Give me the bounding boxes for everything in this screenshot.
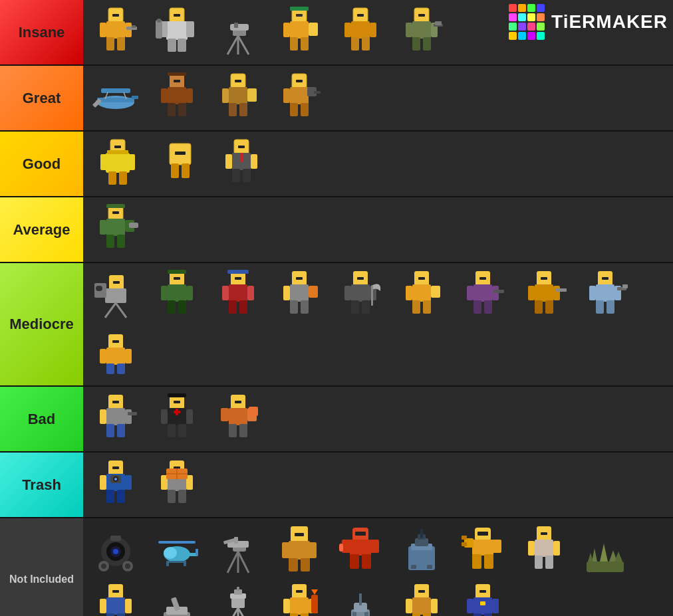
character-svg bbox=[153, 72, 201, 124]
svg-rect-214 bbox=[112, 466, 119, 469]
tm-cell bbox=[537, 4, 545, 12]
list-item bbox=[147, 391, 207, 447]
tm-cell bbox=[518, 23, 526, 31]
tm-cell bbox=[509, 4, 517, 12]
svg-rect-114 bbox=[96, 286, 102, 291]
svg-rect-36 bbox=[344, 23, 351, 37]
list-item bbox=[269, 267, 329, 324]
svg-rect-271 bbox=[339, 544, 343, 552]
svg-line-319 bbox=[225, 608, 238, 617]
svg-rect-38 bbox=[351, 37, 359, 51]
svg-rect-141 bbox=[357, 277, 364, 280]
character-svg bbox=[92, 204, 140, 256]
list-item bbox=[269, 580, 329, 616]
svg-marker-330 bbox=[311, 589, 318, 595]
svg-rect-188 bbox=[112, 401, 119, 403]
svg-rect-228 bbox=[168, 490, 176, 503]
svg-rect-124 bbox=[178, 300, 186, 314]
character-svg bbox=[275, 72, 323, 124]
list-item bbox=[86, 391, 146, 447]
svg-rect-34 bbox=[357, 14, 364, 17]
svg-rect-50 bbox=[97, 98, 134, 102]
character-svg bbox=[153, 459, 201, 511]
tier-content-bad bbox=[83, 387, 673, 451]
svg-rect-102 bbox=[112, 211, 119, 214]
svg-rect-164 bbox=[541, 277, 547, 280]
list-item bbox=[208, 580, 268, 616]
svg-rect-348 bbox=[492, 599, 499, 613]
list-item bbox=[392, 4, 452, 60]
svg-rect-329 bbox=[311, 595, 318, 613]
tm-cell bbox=[518, 32, 526, 40]
svg-rect-156 bbox=[479, 277, 486, 280]
tier-row-bad: Bad bbox=[0, 387, 673, 453]
svg-rect-165 bbox=[535, 284, 553, 302]
svg-rect-98 bbox=[251, 154, 257, 169]
character-svg bbox=[92, 393, 140, 445]
svg-rect-179 bbox=[622, 284, 628, 288]
svg-rect-42 bbox=[412, 21, 431, 39]
placeholder-svg bbox=[520, 583, 568, 617]
svg-rect-131 bbox=[229, 300, 237, 314]
svg-rect-334 bbox=[359, 593, 362, 605]
svg-rect-63 bbox=[178, 103, 186, 116]
svg-rect-118 bbox=[174, 277, 180, 280]
tm-cell bbox=[527, 23, 535, 31]
svg-rect-29 bbox=[290, 37, 298, 51]
svg-rect-173 bbox=[596, 284, 614, 302]
svg-rect-60 bbox=[161, 88, 168, 103]
svg-rect-79 bbox=[290, 103, 298, 116]
svg-rect-267 bbox=[342, 540, 351, 553]
svg-rect-35 bbox=[351, 21, 370, 39]
svg-rect-172 bbox=[602, 277, 608, 280]
svg-rect-99 bbox=[232, 169, 240, 182]
svg-rect-242 bbox=[158, 541, 196, 544]
svg-rect-41 bbox=[418, 14, 425, 17]
svg-rect-70 bbox=[247, 88, 257, 102]
character-svg bbox=[275, 270, 323, 322]
svg-rect-112 bbox=[105, 288, 126, 303]
tier-label-mediocre: Mediocre bbox=[0, 263, 83, 385]
svg-rect-350 bbox=[484, 613, 492, 617]
svg-rect-248 bbox=[166, 561, 169, 566]
svg-rect-5 bbox=[106, 37, 114, 51]
svg-rect-237 bbox=[110, 536, 121, 541]
svg-rect-323 bbox=[296, 590, 303, 593]
svg-rect-293 bbox=[535, 556, 543, 569]
tier-label-insane: Insane bbox=[0, 0, 83, 64]
svg-rect-136 bbox=[283, 286, 290, 300]
svg-rect-218 bbox=[106, 490, 114, 503]
tier-row-notincluded: Not Included bbox=[0, 518, 673, 616]
character-svg bbox=[156, 138, 204, 190]
character-svg bbox=[214, 7, 262, 58]
svg-rect-48 bbox=[435, 21, 442, 25]
svg-rect-157 bbox=[473, 284, 492, 302]
svg-marker-299 bbox=[588, 553, 593, 562]
svg-rect-304 bbox=[100, 599, 106, 613]
svg-rect-162 bbox=[493, 290, 504, 293]
svg-rect-347 bbox=[467, 599, 473, 613]
list-item bbox=[147, 4, 207, 60]
character-svg bbox=[92, 583, 140, 617]
svg-rect-1 bbox=[112, 14, 119, 17]
svg-rect-100 bbox=[243, 169, 251, 182]
svg-rect-108 bbox=[117, 235, 125, 248]
svg-rect-103 bbox=[106, 204, 125, 208]
svg-rect-276 bbox=[420, 529, 423, 538]
tm-cell bbox=[509, 23, 517, 31]
list-item bbox=[331, 4, 390, 60]
svg-rect-170 bbox=[556, 288, 567, 292]
svg-point-244 bbox=[164, 547, 177, 559]
svg-rect-262 bbox=[289, 558, 298, 571]
list-item bbox=[453, 580, 513, 616]
svg-rect-286 bbox=[472, 554, 481, 569]
svg-rect-258 bbox=[295, 533, 304, 536]
machine-svg bbox=[153, 583, 201, 617]
svg-rect-327 bbox=[290, 613, 298, 617]
svg-rect-261 bbox=[309, 542, 317, 558]
tm-cell bbox=[527, 13, 535, 21]
svg-rect-142 bbox=[351, 284, 370, 302]
svg-rect-14 bbox=[168, 39, 176, 52]
tm-cell bbox=[518, 13, 526, 21]
svg-rect-182 bbox=[106, 348, 125, 365]
